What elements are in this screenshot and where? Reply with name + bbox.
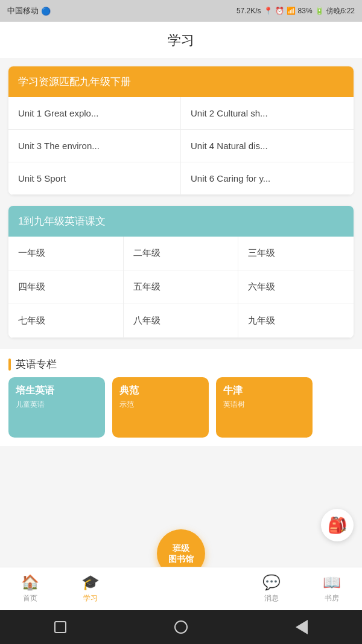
grades-section-card: 1到九年级英语课文 一年级 二年级 三年级 四年级 五年级 六年级 七年级 八年… bbox=[8, 206, 354, 338]
grade-7-item[interactable]: 七年级 bbox=[8, 304, 124, 338]
unit-6-item[interactable]: Unit 6 Caring for y... bbox=[181, 162, 354, 195]
status-right: 57.2K/s 📍 ⏰ 📶 83% 🔋 傍晚6:22 bbox=[237, 6, 355, 16]
unit-5-item[interactable]: Unit 5 Sport bbox=[8, 162, 181, 195]
grade-1-item[interactable]: 一年级 bbox=[8, 237, 124, 270]
main-content: 学习资源匹配九年级下册 Unit 1 Great explo... Unit 2… bbox=[0, 58, 362, 338]
backpack-button[interactable]: 🎒 bbox=[321, 509, 354, 541]
message-label: 消息 bbox=[264, 593, 279, 604]
page-title-bar: 学习 bbox=[0, 22, 362, 58]
classic-card-title: 典范 bbox=[112, 377, 209, 400]
nav-home[interactable]: 🏠 首页 bbox=[0, 569, 60, 608]
recent-icon bbox=[54, 621, 66, 633]
english-section-title: 英语专栏 bbox=[16, 357, 57, 371]
location-icon: 📍 bbox=[264, 7, 273, 15]
status-bar: 中国移动 🔵 57.2K/s 📍 ⏰ 📶 83% 🔋 傍晚6:22 bbox=[0, 0, 362, 22]
nav-fab-spacer bbox=[121, 584, 241, 594]
nav-message[interactable]: 💬 消息 bbox=[241, 569, 302, 608]
battery-text: 83% bbox=[298, 7, 313, 15]
units-grid: Unit 1 Great explo... Unit 2 Cultural sh… bbox=[8, 97, 354, 195]
unit-1-item[interactable]: Unit 1 Great explo... bbox=[8, 97, 181, 130]
carrier-icon: 🔵 bbox=[41, 7, 51, 16]
android-back-button[interactable] bbox=[290, 615, 314, 639]
home-icon: 🏠 bbox=[21, 574, 39, 591]
nav-library[interactable]: 📖 书房 bbox=[302, 569, 362, 608]
unit-3-item[interactable]: Unit 3 The environ... bbox=[8, 130, 181, 162]
fab-line1: 班级 bbox=[173, 543, 189, 553]
english-header-bar bbox=[8, 359, 11, 371]
oxford-card-subtitle: 英语树 bbox=[216, 400, 313, 410]
english-section-header: 英语专栏 bbox=[8, 349, 354, 377]
units-section-header: 学习资源匹配九年级下册 bbox=[8, 66, 354, 97]
english-cards-row: 培生英语 儿童英语 典范 示范 牛津 英语树 bbox=[8, 377, 354, 446]
carrier-text: 中国移动 bbox=[7, 5, 39, 16]
grades-section-header: 1到九年级英语课文 bbox=[8, 206, 354, 237]
back-icon bbox=[296, 620, 308, 634]
classic-card-subtitle: 示范 bbox=[112, 400, 209, 410]
pearson-card[interactable]: 培生英语 儿童英语 bbox=[8, 377, 105, 438]
study-icon: 🎓 bbox=[81, 574, 100, 591]
battery-icon: 🔋 bbox=[315, 7, 324, 15]
signal-icon: 📶 bbox=[287, 7, 296, 15]
backpack-icon: 🎒 bbox=[328, 516, 347, 535]
message-icon: 💬 bbox=[262, 574, 281, 591]
grade-3-item[interactable]: 三年级 bbox=[238, 237, 354, 270]
grade-2-item[interactable]: 二年级 bbox=[124, 237, 239, 270]
grade-9-item[interactable]: 九年级 bbox=[238, 304, 354, 338]
classic-card[interactable]: 典范 示范 bbox=[112, 377, 209, 438]
library-label: 书房 bbox=[325, 593, 339, 604]
time-text: 傍晚6:22 bbox=[326, 6, 355, 16]
page-title: 学习 bbox=[168, 33, 194, 48]
oxford-card-title: 牛津 bbox=[216, 377, 313, 400]
grade-8-item[interactable]: 八年级 bbox=[124, 304, 239, 338]
unit-2-item[interactable]: Unit 2 Cultural sh... bbox=[181, 97, 354, 130]
bottom-nav: 🏠 首页 🎓 学习 💬 消息 📖 书房 bbox=[0, 567, 362, 610]
nav-study[interactable]: 🎓 学习 bbox=[60, 569, 121, 608]
android-nav-bar bbox=[0, 610, 362, 644]
pearson-card-subtitle: 儿童英语 bbox=[8, 400, 105, 410]
home-label: 首页 bbox=[23, 593, 37, 604]
network-speed: 57.2K/s bbox=[237, 7, 261, 15]
grade-4-item[interactable]: 四年级 bbox=[8, 270, 124, 304]
library-icon: 📖 bbox=[323, 574, 341, 591]
fab-line2: 图书馆 bbox=[168, 553, 194, 564]
grade-6-item[interactable]: 六年级 bbox=[238, 270, 354, 304]
alarm-icon: ⏰ bbox=[275, 7, 284, 15]
grades-section-title: 1到九年级英语课文 bbox=[18, 215, 106, 227]
oxford-card[interactable]: 牛津 英语树 bbox=[216, 377, 313, 438]
home-circle-icon bbox=[174, 620, 188, 634]
android-recent-button[interactable] bbox=[48, 615, 72, 639]
android-home-button[interactable] bbox=[169, 615, 193, 639]
grade-5-item[interactable]: 五年级 bbox=[124, 270, 239, 304]
units-section-title: 学习资源匹配九年级下册 bbox=[18, 76, 131, 88]
study-label: 学习 bbox=[83, 593, 98, 604]
units-section-card: 学习资源匹配九年级下册 Unit 1 Great explo... Unit 2… bbox=[8, 66, 354, 195]
pearson-card-title: 培生英语 bbox=[8, 377, 105, 400]
unit-4-item[interactable]: Unit 4 Natural dis... bbox=[181, 130, 354, 162]
english-section: 英语专栏 培生英语 儿童英语 典范 示范 牛津 英语树 bbox=[0, 349, 362, 446]
status-left: 中国移动 🔵 bbox=[7, 5, 51, 16]
grades-grid: 一年级 二年级 三年级 四年级 五年级 六年级 七年级 八年级 九年级 bbox=[8, 237, 354, 338]
